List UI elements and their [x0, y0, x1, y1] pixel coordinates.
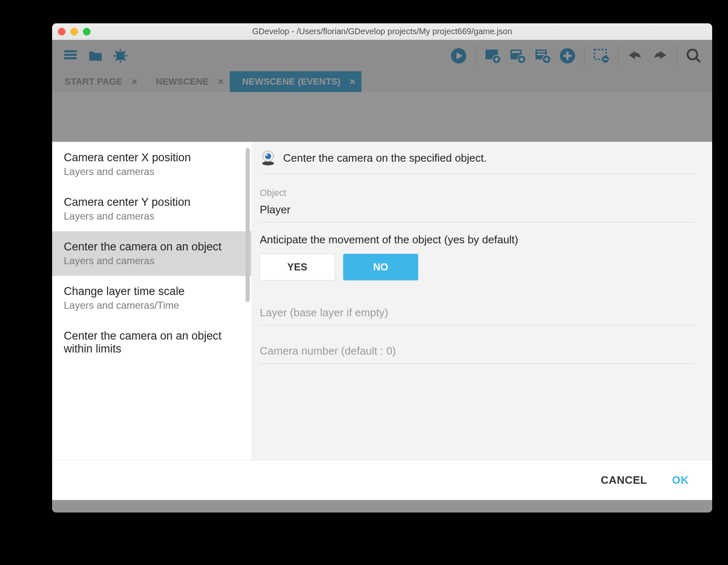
list-item-subtitle: Layers and cameras [64, 255, 240, 267]
object-input[interactable] [260, 201, 695, 222]
fullscreen-window-icon[interactable] [83, 28, 90, 35]
window-controls [58, 28, 90, 35]
list-item-title: Center the camera on an object within li… [64, 330, 240, 355]
camera-number-input[interactable] [260, 342, 695, 364]
cancel-button[interactable]: CANCEL [601, 474, 647, 487]
list-item-subtitle: Layers and cameras [64, 166, 240, 178]
action-sidebar: Camera center X position Layers and came… [52, 142, 251, 460]
no-button[interactable]: NO [343, 254, 418, 280]
anticipate-label: Anticipate the movement of the object (y… [260, 233, 695, 246]
list-item[interactable]: Center the camera on an object Layers an… [52, 231, 251, 276]
form-header-text: Center the camera on the specified objec… [283, 152, 487, 165]
anticipate-toggle: YES NO [260, 254, 695, 280]
camera-number-field-group [260, 342, 695, 364]
list-item-subtitle: Layers and cameras [64, 210, 240, 222]
dialog-footer: CANCEL OK [52, 460, 712, 500]
list-item-subtitle: Layers and cameras/Time [64, 300, 240, 311]
yes-button[interactable]: YES [260, 254, 335, 280]
dialog-body: Camera center X position Layers and came… [52, 142, 712, 460]
list-item[interactable]: Change layer time scale Layers and camer… [52, 276, 251, 320]
list-item-title: Change layer time scale [64, 285, 240, 298]
layer-field-group [260, 304, 695, 325]
action-form: Center the camera on the specified objec… [251, 142, 712, 460]
minimize-window-icon[interactable] [70, 28, 78, 35]
list-item-title: Camera center X position [64, 151, 240, 164]
object-field-group: Object [260, 188, 695, 222]
svg-point-20 [265, 153, 271, 159]
list-item[interactable]: Center the camera on an object within li… [52, 320, 251, 366]
object-label: Object [260, 188, 695, 198]
titlebar: GDevelop - /Users/florian/GDevelop proje… [52, 23, 712, 40]
list-item[interactable]: Camera center X position Layers and came… [52, 142, 251, 187]
action-list[interactable]: Camera center X position Layers and came… [52, 142, 251, 450]
close-window-icon[interactable] [58, 28, 65, 35]
layer-input[interactable] [260, 304, 695, 325]
list-item-title: Center the camera on an object [64, 240, 240, 253]
camera-icon [260, 150, 276, 166]
app-body: START PAGE × NEWSCENE × NEWSCENE (EVENTS… [52, 40, 712, 512]
ok-button[interactable]: OK [672, 474, 689, 487]
window-title: GDevelop - /Users/florian/GDevelop proje… [52, 27, 712, 36]
svg-point-21 [266, 154, 268, 156]
list-item[interactable]: Camera center Y position Layers and came… [52, 187, 251, 231]
list-item-title: Camera center Y position [64, 196, 240, 209]
form-header: Center the camera on the specified objec… [260, 150, 695, 174]
action-dialog: Camera center X position Layers and came… [52, 142, 712, 500]
app-window: GDevelop - /Users/florian/GDevelop proje… [52, 23, 712, 512]
scrollbar[interactable] [246, 148, 250, 302]
